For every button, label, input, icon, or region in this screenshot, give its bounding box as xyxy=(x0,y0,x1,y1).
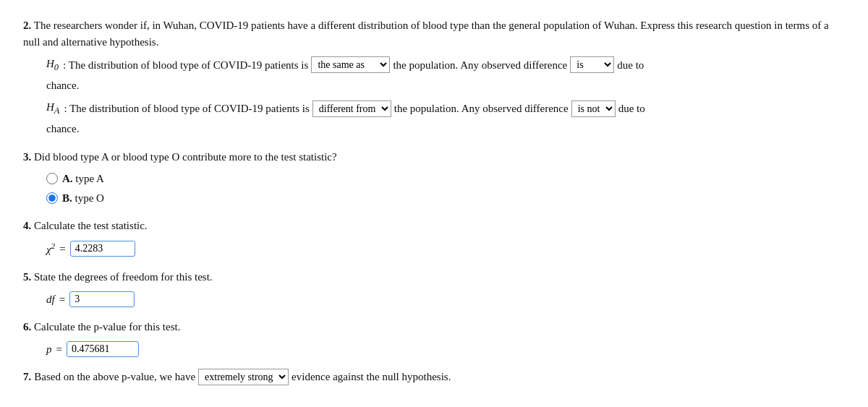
q3-option-b[interactable]: B. type O xyxy=(46,190,845,207)
q3-label-b: B. type O xyxy=(62,190,104,207)
q6-var: p xyxy=(46,341,52,358)
question-5: 5. State the degrees of freedom for this… xyxy=(23,269,845,307)
h0-line: H0 : The distribution of blood type of C… xyxy=(46,56,845,74)
q2-number: 2. xyxy=(23,20,31,31)
h0-dropdown1[interactable]: the same as different from xyxy=(311,56,390,73)
q4-number: 4. xyxy=(23,220,31,231)
q3-radio-group: A. type A B. type O xyxy=(46,171,845,206)
q7-text-before: Based on the above p-value, we have xyxy=(34,369,195,385)
h0-dropdown2[interactable]: is is not xyxy=(570,56,614,73)
q6-calc-line: p = xyxy=(46,341,845,358)
q4-text: Calculate the test statistic. xyxy=(34,220,148,231)
q2-text: The researchers wonder if, in Wuhan, COV… xyxy=(23,20,829,48)
ha-dropdown2[interactable]: is is not xyxy=(571,100,616,117)
q3-option-a[interactable]: A. type A xyxy=(46,171,845,187)
q4-header: 4. Calculate the test statistic. xyxy=(23,218,845,234)
ha-suffix: due to xyxy=(618,100,645,117)
q7-text-after: evidence against the null hypothesis. xyxy=(292,369,451,385)
h0-middle: the population. Any observed difference xyxy=(393,57,567,74)
q6-text: Calculate the p-value for this test. xyxy=(34,321,180,333)
q3-number: 3. xyxy=(23,151,31,163)
question-3: 3. Did blood type A or blood type O cont… xyxy=(23,149,845,207)
q5-input[interactable] xyxy=(69,291,135,307)
question-2: 2. The researchers wonder if, in Wuhan, … xyxy=(23,17,845,137)
q6-number: 6. xyxy=(23,321,31,333)
ha-chance-line: chance. xyxy=(46,121,845,137)
q6-equals: = xyxy=(56,341,62,358)
ha-text: : The distribution of blood type of COVI… xyxy=(64,100,309,117)
q3-label-a: A. type A xyxy=(62,171,104,187)
h0-suffix: due to xyxy=(617,57,644,74)
h0-chance-line: chance. xyxy=(46,77,845,94)
q3-radio-a[interactable] xyxy=(46,173,58,184)
h0-chance: chance. xyxy=(46,80,79,91)
q4-input[interactable] xyxy=(70,241,135,257)
q5-calc-line: df = xyxy=(46,291,845,308)
ha-line: HA : The distribution of blood type of C… xyxy=(46,99,845,118)
q3-text: Did blood type A or blood type O contrib… xyxy=(34,151,337,163)
q5-text: State the degrees of freedom for this te… xyxy=(34,271,213,283)
q5-number: 5. xyxy=(23,271,31,283)
ha-label: HA xyxy=(46,99,59,118)
question-6: 6. Calculate the p-value for this test. … xyxy=(23,319,845,357)
q3-header: 3. Did blood type A or blood type O cont… xyxy=(23,149,845,166)
q7-line: 7. Based on the above p-value, we have n… xyxy=(23,369,845,385)
q6-header: 6. Calculate the p-value for this test. xyxy=(23,319,845,335)
q3-radio-b[interactable] xyxy=(46,192,58,204)
ha-chance: chance. xyxy=(46,123,79,134)
q5-header: 5. State the degrees of freedom for this… xyxy=(23,269,845,286)
q7-dropdown[interactable]: no weak moderate strong extremely strong xyxy=(198,369,289,385)
q5-var: df xyxy=(46,291,55,308)
q4-var: χ2 xyxy=(46,240,55,258)
question-4: 4. Calculate the test statistic. χ2 = xyxy=(23,218,845,257)
q4-equals: = xyxy=(59,241,65,257)
question-7: 7. Based on the above p-value, we have n… xyxy=(23,369,845,385)
h0-text: : The distribution of blood type of COVI… xyxy=(63,57,308,74)
h0-label: H0 xyxy=(46,56,59,74)
question-2-header: 2. The researchers wonder if, in Wuhan, … xyxy=(23,17,845,50)
ha-middle: the population. Any observed difference xyxy=(394,100,569,117)
q5-equals: = xyxy=(59,291,65,308)
q4-calc-line: χ2 = xyxy=(46,240,845,258)
q6-input[interactable] xyxy=(67,341,139,357)
q7-number: 7. xyxy=(23,369,31,385)
ha-dropdown1[interactable]: the same as different from xyxy=(312,100,391,117)
